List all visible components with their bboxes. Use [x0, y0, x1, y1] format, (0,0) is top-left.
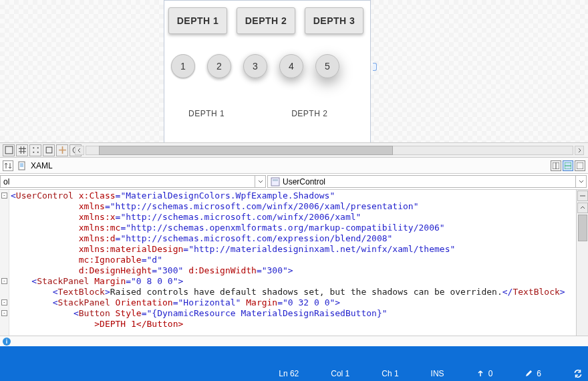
depth-button-1[interactable]: DEPTH 1	[168, 7, 227, 34]
svg-rect-5	[46, 147, 52, 153]
editor-code[interactable]: <UserControl x:Class="MaterialDesignColo…	[9, 190, 576, 336]
circle-button-4[interactable]: 4	[279, 54, 303, 78]
status-up-count: 0	[488, 369, 493, 378]
info-icon[interactable]: i	[3, 338, 11, 346]
editor-footer: i	[0, 336, 588, 346]
svg-rect-13	[271, 178, 279, 186]
grid-small-icon[interactable]	[16, 144, 28, 156]
breadcrumb-left-text: ol	[3, 177, 9, 186]
svg-point-4	[37, 152, 38, 153]
depth-label-row: DEPTH 1 DEPTH 2	[164, 78, 370, 118]
chevron-down-icon[interactable]	[255, 176, 265, 187]
snap-icon[interactable]	[43, 144, 55, 156]
status-ch: Ch 1	[382, 369, 398, 378]
status-changes[interactable]: 6	[525, 369, 541, 378]
sync-icon[interactable]	[573, 369, 583, 378]
depth-label-1: DEPTH 1	[188, 109, 225, 118]
circle-button-2[interactable]: 2	[207, 54, 231, 78]
status-bar: Ln 62 Col 1 Ch 1 INS 0 6	[0, 366, 588, 381]
circle-button-3[interactable]: 3	[243, 54, 267, 78]
status-publish[interactable]: 0	[476, 369, 493, 378]
arrow-up-icon	[476, 370, 484, 378]
blue-strip	[0, 346, 588, 366]
designer-surface: DEPTH 1 DEPTH 2 DEPTH 3 1 2 3 4 5 DEPTH …	[0, 0, 588, 158]
fold-toggle[interactable]: -	[1, 193, 7, 199]
status-line: Ln 62	[279, 369, 299, 378]
breadcrumb-bar: ol UserControl	[0, 174, 588, 190]
svg-rect-12	[577, 162, 583, 169]
vscroll-thumb[interactable]	[578, 215, 587, 241]
grid-large-icon[interactable]	[3, 144, 15, 156]
svg-rect-0	[5, 146, 13, 154]
fold-toggle[interactable]: -	[1, 278, 7, 284]
split-vertical-icon[interactable]	[551, 160, 561, 171]
depth-button-row: DEPTH 1 DEPTH 2 DEPTH 3	[164, 1, 370, 34]
expand-pane-icon[interactable]	[575, 160, 585, 171]
design-artboard[interactable]: DEPTH 1 DEPTH 2 DEPTH 3 1 2 3 4 5 DEPTH …	[164, 0, 371, 156]
editor-gutter[interactable]: ----	[0, 190, 9, 336]
hscroll-thumb[interactable]	[99, 146, 393, 155]
svg-point-1	[33, 147, 34, 148]
breadcrumb-right-text: UserControl	[283, 177, 325, 186]
status-ins[interactable]: INS	[431, 369, 444, 378]
breadcrumb-right[interactable]: UserControl	[267, 175, 587, 188]
circle-button-row: 1 2 3 4 5	[164, 34, 370, 78]
svg-rect-7	[19, 162, 25, 170]
xaml-tab-label[interactable]: XAML	[31, 161, 53, 170]
xaml-doc-icon	[17, 161, 27, 170]
snap-lines-icon[interactable]	[56, 144, 68, 156]
circle-button-1[interactable]: 1	[171, 54, 195, 78]
usercontrol-icon	[271, 177, 280, 186]
breadcrumb-left[interactable]: ol	[0, 175, 266, 188]
svg-point-3	[33, 152, 34, 153]
hscroll-right-button[interactable]	[575, 146, 584, 155]
status-pencil-count: 6	[537, 369, 541, 378]
hscroll-left-button[interactable]	[75, 146, 84, 155]
depth-label-2: DEPTH 2	[291, 109, 327, 118]
split-horizontal-icon[interactable]	[563, 160, 573, 171]
grid-dots-icon[interactable]	[29, 144, 41, 156]
xaml-editor[interactable]: ---- <UserControl x:Class="MaterialDesig…	[0, 190, 588, 336]
svg-rect-14	[273, 179, 278, 181]
chevron-down-icon[interactable]	[575, 176, 586, 187]
swap-panes-icon[interactable]	[3, 160, 13, 171]
editor-vscrollbar[interactable]	[576, 190, 588, 336]
fold-toggle[interactable]: -	[1, 310, 7, 316]
pane-header: XAML	[0, 158, 588, 174]
vscroll-up-button[interactable]	[577, 203, 588, 213]
circle-button-5[interactable]: 5	[315, 54, 339, 78]
fold-toggle[interactable]: -	[1, 299, 7, 305]
depth-button-2[interactable]: DEPTH 2	[237, 7, 295, 34]
vscroll-split-icon[interactable]	[577, 190, 588, 201]
svg-point-2	[37, 147, 38, 148]
status-col: Col 1	[331, 369, 349, 378]
selection-adorner[interactable]	[373, 63, 377, 71]
pencil-icon	[525, 370, 533, 378]
depth-button-3[interactable]: DEPTH 3	[305, 7, 363, 34]
designer-toolbar	[0, 142, 588, 157]
